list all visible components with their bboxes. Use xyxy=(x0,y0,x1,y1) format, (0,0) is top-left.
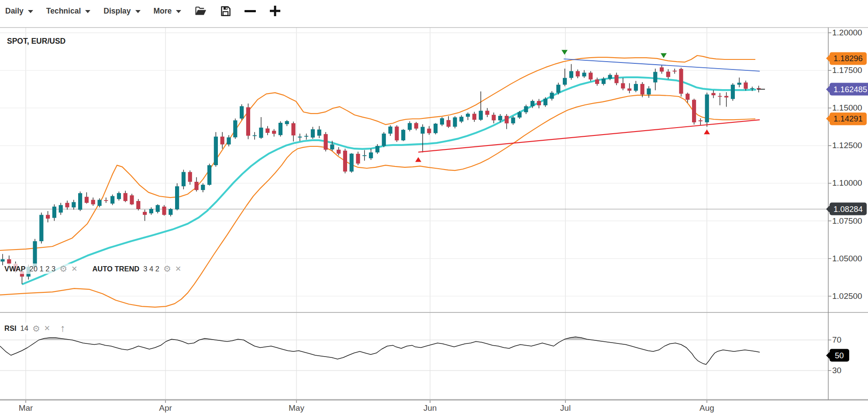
vwap-settings-gear-icon[interactable]: ⚙ xyxy=(59,264,67,273)
autotrend-settings-gear-icon[interactable]: ⚙ xyxy=(163,264,171,273)
open-file-button[interactable] xyxy=(194,5,207,17)
candle xyxy=(569,71,573,78)
candle xyxy=(434,124,437,133)
candle xyxy=(466,114,470,117)
candle xyxy=(39,215,43,241)
save-button[interactable] xyxy=(220,5,231,17)
candle xyxy=(621,83,625,88)
candle xyxy=(453,118,457,127)
save-floppy-icon xyxy=(220,5,231,17)
chevron-down-icon xyxy=(28,10,33,13)
display-dropdown[interactable]: Display xyxy=(103,7,140,16)
candle xyxy=(59,205,63,212)
more-dropdown-label: More xyxy=(154,7,172,16)
sell-signal-triangle xyxy=(661,53,667,58)
zoom-in-button[interactable] xyxy=(269,5,281,17)
vwap-remove-icon[interactable]: ✕ xyxy=(71,265,77,273)
candle xyxy=(33,241,37,267)
candle xyxy=(511,118,515,123)
month-label-jun: Jun xyxy=(424,403,437,413)
candle xyxy=(641,84,644,94)
month-label-may: May xyxy=(289,403,304,413)
open-folder-icon xyxy=(194,5,207,17)
candle xyxy=(369,153,373,158)
candle xyxy=(279,123,282,135)
candle xyxy=(731,85,735,99)
candle xyxy=(673,71,677,72)
candle xyxy=(356,154,360,163)
candles-group xyxy=(0,64,761,284)
candle xyxy=(72,202,76,208)
candle xyxy=(666,72,670,77)
candle xyxy=(395,127,399,141)
candle xyxy=(0,259,4,261)
candle xyxy=(78,193,82,210)
candle xyxy=(304,136,308,137)
rsi-settings-gear-icon[interactable]: ⚙ xyxy=(32,324,40,333)
month-label-apr: Apr xyxy=(159,403,172,413)
month-label-jul: Jul xyxy=(560,403,571,413)
rsi-value-badge: 50 xyxy=(830,349,849,362)
candle xyxy=(343,151,347,172)
candle xyxy=(214,137,218,165)
rsi-collapse-arrow-icon[interactable]: ↑ xyxy=(60,323,65,333)
candle xyxy=(414,123,418,129)
candle xyxy=(440,118,444,125)
candle xyxy=(556,85,560,93)
vwap-line xyxy=(23,77,755,284)
candle xyxy=(614,75,618,83)
candle xyxy=(420,127,424,134)
candle xyxy=(143,212,147,215)
candle xyxy=(737,83,741,85)
candle xyxy=(447,120,451,127)
candle xyxy=(207,165,211,185)
chevron-down-icon xyxy=(135,10,141,13)
buy-signal-triangle xyxy=(415,157,421,162)
zoom-out-button[interactable] xyxy=(245,10,256,12)
candle xyxy=(46,215,50,219)
candle xyxy=(401,130,405,140)
candle xyxy=(272,131,276,134)
rsi-axis-label: 30 xyxy=(832,366,841,375)
display-dropdown-label: Display xyxy=(103,7,131,16)
candle xyxy=(375,146,379,153)
candle xyxy=(544,99,548,105)
candle xyxy=(227,137,231,144)
candle xyxy=(124,193,127,201)
price-axis-label: 1.02500 xyxy=(832,291,862,301)
price-badge: 1.08284 xyxy=(830,203,867,215)
candle xyxy=(685,94,689,100)
candle xyxy=(65,203,69,207)
candle xyxy=(337,150,341,154)
autotrend-remove-icon[interactable]: ✕ xyxy=(175,265,181,273)
buy-signal-triangle xyxy=(704,129,710,134)
plus-icon xyxy=(269,5,281,17)
candle xyxy=(602,79,606,84)
candle xyxy=(634,84,638,91)
candle xyxy=(537,101,541,105)
autotrend-legend-name: AUTO TREND xyxy=(92,265,139,273)
candle xyxy=(459,117,463,121)
more-dropdown[interactable]: More xyxy=(154,7,182,16)
timeframe-dropdown-label: Daily xyxy=(5,7,24,16)
price-axis-label: 1.15000 xyxy=(832,103,862,113)
candle xyxy=(324,134,327,150)
timeframe-dropdown[interactable]: Daily xyxy=(5,7,33,16)
candle xyxy=(705,94,709,122)
candle xyxy=(627,88,631,90)
technical-dropdown[interactable]: Technical xyxy=(46,7,90,16)
candle xyxy=(136,201,140,209)
price-axis-label: 1.17500 xyxy=(832,66,862,75)
candle xyxy=(589,73,592,80)
candle xyxy=(718,96,722,97)
candle xyxy=(253,135,257,136)
candle xyxy=(52,207,56,218)
candle xyxy=(169,209,172,215)
candle xyxy=(311,129,315,138)
candle xyxy=(130,195,134,205)
minus-icon xyxy=(245,10,256,12)
rsi-remove-icon[interactable]: ✕ xyxy=(44,325,50,332)
price-axis-label: 1.20000 xyxy=(832,28,862,38)
candle xyxy=(524,106,528,112)
chart-canvas[interactable] xyxy=(0,0,868,416)
